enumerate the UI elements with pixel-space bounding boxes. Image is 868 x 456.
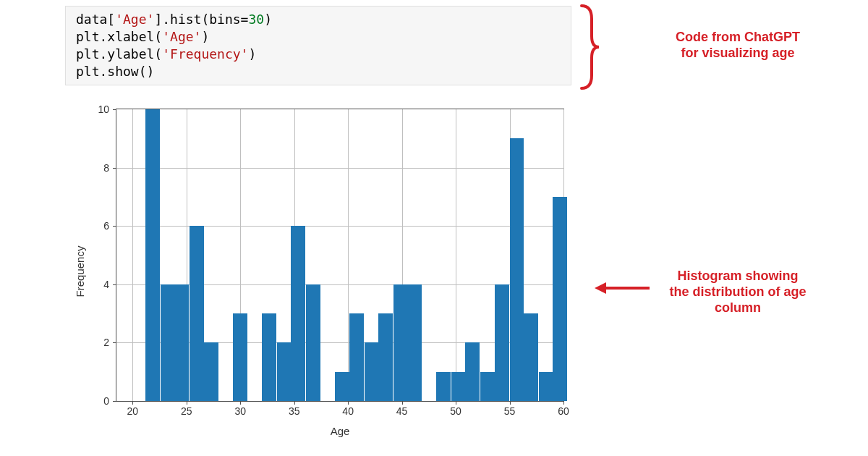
y-tick-label: 2 (103, 337, 116, 348)
code-token: 'Frequency' (162, 46, 248, 62)
histogram-annotation: Histogram showing the distribution of ag… (655, 268, 821, 316)
x-tick-label: 35 (289, 401, 300, 417)
code-token: plt.xlabel( (76, 29, 162, 44)
code-annotation: Code from ChatGPT for visualizing age (651, 29, 825, 61)
code-token: ) (248, 46, 256, 62)
histogram-bar (335, 372, 349, 401)
code-token: = (241, 12, 249, 27)
x-tick-label: 55 (504, 401, 516, 417)
gridline (116, 226, 563, 227)
y-axis-label: Frequency (74, 246, 86, 297)
histogram-bar (277, 342, 292, 401)
x-tick-label: 45 (396, 401, 408, 417)
histogram-bar (451, 372, 466, 401)
histogram-bar (365, 342, 379, 401)
code-token: bins (209, 12, 240, 27)
x-tick-label: 50 (450, 401, 461, 417)
annotation-text: the distribution of age (670, 284, 807, 299)
histogram-bar (480, 372, 495, 401)
y-tick-label: 6 (103, 220, 116, 232)
code-token: ) (201, 29, 209, 44)
gridline (132, 109, 133, 401)
code-token: plt.ylabel( (76, 46, 162, 62)
histogram-bar (349, 313, 364, 401)
x-tick-label: 40 (342, 401, 354, 417)
histogram-bar (233, 313, 247, 401)
x-tick-label: 25 (181, 401, 192, 417)
x-tick-label: 60 (558, 401, 569, 417)
histogram-bar (393, 284, 408, 401)
histogram-bar (190, 226, 204, 401)
y-tick-label: 8 (103, 162, 116, 174)
histogram-bar (436, 372, 451, 401)
histogram-bar (306, 284, 320, 401)
annotation-text: Code from ChatGPT (676, 30, 800, 44)
x-axis-label: Age (116, 425, 564, 437)
histogram-bar (510, 138, 524, 401)
histogram-bar (407, 284, 422, 401)
histogram-bar (465, 342, 480, 401)
plot-area: 0246810202530354045505560 (116, 109, 564, 402)
histogram-bar (495, 284, 509, 401)
code-token: 30 (248, 12, 264, 27)
code-token: data[ (76, 12, 115, 27)
histogram-bar (291, 226, 305, 401)
code-token: ].hist( (154, 12, 209, 27)
gridline (456, 109, 456, 401)
code-cell: data['Age'].hist(bins=30) plt.xlabel('Ag… (65, 6, 571, 85)
brace-icon (579, 4, 600, 90)
histogram-bar (204, 342, 218, 401)
code-token: ) (264, 12, 272, 27)
x-tick-label: 30 (234, 401, 246, 417)
histogram-bar (539, 372, 553, 401)
code-token: 'Age' (115, 12, 154, 27)
annotation-text: Histogram showing (677, 269, 798, 283)
y-tick-label: 4 (103, 279, 116, 290)
annotation-text: column (715, 300, 761, 315)
arrow-line (606, 287, 650, 290)
histogram-bar (262, 313, 276, 401)
histogram-chart: Frequency 0246810202530354045505560 Age (65, 101, 586, 442)
gridline (116, 168, 563, 169)
code-token: 'Age' (162, 29, 201, 44)
histogram-bar (553, 197, 567, 401)
code-token: plt.show() (76, 64, 154, 79)
histogram-bar (161, 284, 175, 401)
histogram-bar (378, 313, 393, 401)
arrow-left-icon (595, 282, 606, 294)
histogram-bar (174, 284, 189, 401)
y-tick-label: 0 (103, 395, 116, 407)
x-tick-label: 20 (127, 401, 139, 417)
annotation-text: for visualizing age (681, 46, 794, 60)
histogram-bar (145, 109, 160, 401)
histogram-bar (524, 313, 538, 401)
y-tick-label: 10 (98, 104, 116, 115)
